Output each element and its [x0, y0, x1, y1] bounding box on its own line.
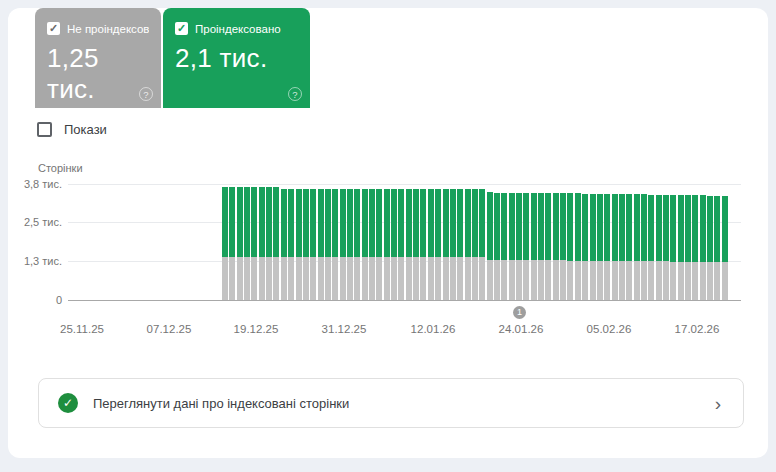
bar-26.12.25[interactable] [310, 189, 316, 300]
bar-26.01.26[interactable] [538, 193, 544, 300]
bar-27.12.25[interactable] [318, 189, 324, 300]
bar-03.02.26[interactable] [597, 194, 603, 300]
bar-segment-not-indexed [457, 257, 463, 300]
card-not-indexed[interactable]: ✓ Не проіндексова… 1,25 тис. 9 причин ? [35, 8, 161, 108]
bar-01.01.26[interactable] [354, 189, 360, 300]
bar-20.12.25[interactable] [266, 187, 272, 300]
bar-25.12.25[interactable] [303, 189, 309, 300]
bar-08.02.26[interactable] [634, 194, 640, 300]
bar-16.12.25[interactable] [237, 187, 243, 300]
bar-18.02.26[interactable] [707, 196, 713, 300]
not-indexed-checkbox-icon[interactable]: ✓ [47, 22, 60, 35]
y-axis-tick: 3,8 тис. [8, 178, 62, 190]
bar-31.01.26[interactable] [575, 193, 581, 300]
bar-24.12.25[interactable] [296, 189, 302, 300]
bar-10.01.26[interactable] [420, 189, 426, 300]
bar-02.02.26[interactable] [590, 194, 596, 300]
bar-25.01.26[interactable] [531, 193, 537, 300]
bar-05.01.26[interactable] [384, 189, 390, 300]
impressions-checkbox-row[interactable]: Покази [37, 122, 107, 137]
bar-29.12.25[interactable] [332, 189, 338, 300]
bar-23.01.26[interactable] [516, 193, 522, 300]
bar-06.01.26[interactable] [391, 189, 397, 300]
bar-14.12.25[interactable] [222, 187, 228, 300]
bar-02.01.26[interactable] [362, 189, 368, 300]
bar-30.01.26[interactable] [567, 193, 573, 300]
bar-segment-indexed [545, 193, 551, 260]
bar-segment-not-indexed [369, 257, 375, 300]
bar-06.02.26[interactable] [619, 194, 625, 300]
bar-23.12.25[interactable] [288, 189, 294, 300]
card-indexed[interactable]: ✓ Проіндексовано 2,1 тис. ? [163, 8, 310, 108]
bar-21.12.25[interactable] [273, 187, 279, 300]
bar-segment-indexed [722, 196, 728, 262]
bar-13.01.26[interactable] [443, 189, 449, 300]
bar-09.02.26[interactable] [641, 194, 647, 300]
bar-20.02.26[interactable] [722, 196, 728, 300]
bar-19.12.25[interactable] [259, 187, 265, 300]
bar-14.01.26[interactable] [450, 189, 456, 300]
indexed-checkbox-icon[interactable]: ✓ [175, 22, 188, 35]
bar-segment-indexed [251, 187, 257, 257]
bar-15.02.26[interactable] [685, 195, 691, 300]
bar-07.02.26[interactable] [626, 194, 632, 300]
bar-16.02.26[interactable] [692, 195, 698, 300]
bar-07.01.26[interactable] [398, 189, 404, 300]
bar-18.12.25[interactable] [251, 187, 257, 300]
bar-10.02.26[interactable] [648, 195, 654, 300]
impressions-checkbox[interactable] [37, 122, 52, 137]
bar-15.12.25[interactable] [229, 187, 235, 300]
bar-17.02.26[interactable] [700, 195, 706, 300]
bar-19.01.26[interactable] [487, 192, 493, 300]
bar-29.01.26[interactable] [560, 193, 566, 300]
help-icon[interactable]: ? [139, 87, 153, 101]
bar-18.01.26[interactable] [479, 189, 485, 300]
bar-22.01.26[interactable] [509, 193, 515, 300]
bar-17.01.26[interactable] [472, 189, 478, 300]
bar-27.01.26[interactable] [545, 193, 551, 300]
bar-11.01.26[interactable] [428, 189, 434, 300]
bar-segment-indexed [457, 189, 463, 258]
bar-19.02.26[interactable] [714, 196, 720, 300]
bar-14.02.26[interactable] [678, 195, 684, 300]
view-indexed-pages-banner[interactable]: ✓ Переглянути дані про індексовані сторі… [38, 378, 744, 428]
bar-segment-indexed [597, 194, 603, 261]
bar-28.01.26[interactable] [553, 193, 559, 300]
bar-24.01.26[interactable] [523, 193, 529, 300]
bar-22.12.25[interactable] [281, 189, 287, 300]
bar-segment-indexed [575, 193, 581, 260]
bar-31.12.25[interactable] [347, 189, 353, 300]
bar-segment-indexed [384, 189, 390, 258]
bar-segment-indexed [303, 189, 309, 258]
bar-21.01.26[interactable] [501, 193, 507, 300]
bar-segment-not-indexed [325, 257, 331, 300]
bar-11.02.26[interactable] [656, 195, 662, 300]
help-icon[interactable]: ? [288, 87, 302, 101]
bar-segment-not-indexed [670, 262, 676, 300]
bar-01.02.26[interactable] [582, 194, 588, 300]
timeline-marker-badge[interactable]: 1 [513, 306, 526, 319]
bar-17.12.25[interactable] [244, 187, 250, 300]
bar-12.01.26[interactable] [435, 189, 441, 300]
bar-03.01.26[interactable] [369, 189, 375, 300]
x-axis-tick: 17.02.26 [665, 323, 729, 335]
bar-segment-indexed [656, 195, 662, 262]
bar-08.01.26[interactable] [406, 189, 412, 300]
bar-30.12.25[interactable] [340, 189, 346, 300]
y-axis-tick: 2,5 тис. [8, 216, 62, 228]
bar-segment-not-indexed [707, 262, 713, 300]
bar-09.01.26[interactable] [413, 189, 419, 300]
bar-05.02.26[interactable] [612, 194, 618, 300]
bar-15.01.26[interactable] [457, 189, 463, 300]
bar-20.01.26[interactable] [494, 193, 500, 300]
bar-segment-indexed [259, 187, 265, 257]
bar-segment-not-indexed [590, 261, 596, 300]
bar-13.02.26[interactable] [670, 195, 676, 300]
bar-16.01.26[interactable] [465, 189, 471, 300]
bar-04.01.26[interactable] [376, 189, 382, 300]
bar-segment-indexed [369, 189, 375, 258]
bar-12.02.26[interactable] [663, 195, 669, 300]
bar-28.12.25[interactable] [325, 189, 331, 300]
bar-04.02.26[interactable] [604, 194, 610, 300]
bar-segment-not-indexed [692, 262, 698, 300]
